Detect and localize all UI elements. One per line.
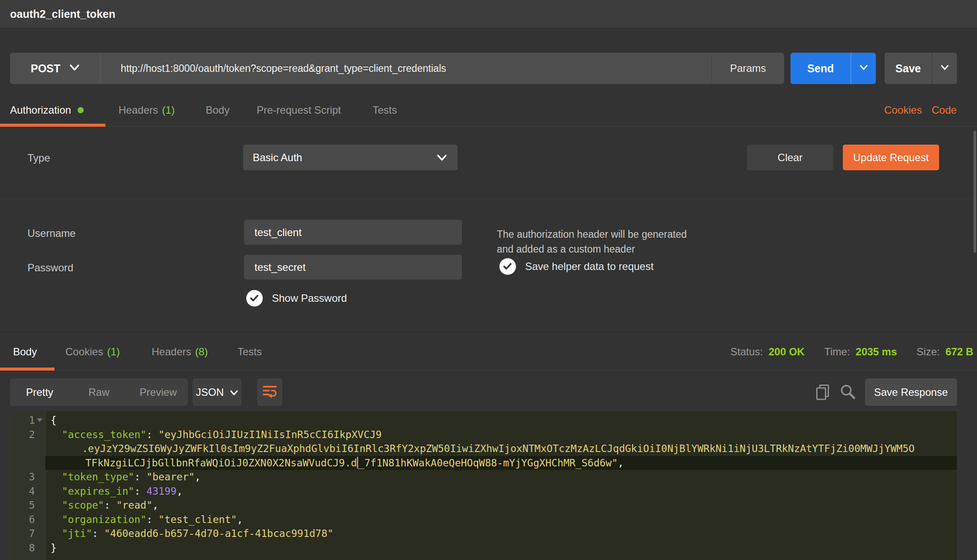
tab-prerequest-label: Pre-request Script xyxy=(257,104,341,116)
code-line: 6"organization": "test_client", xyxy=(10,513,957,527)
auth-configured-dot xyxy=(78,107,84,113)
code-line: 4"expires_in": 43199, xyxy=(10,484,957,499)
save-button[interactable]: Save xyxy=(885,53,957,84)
line-number: 8 xyxy=(10,541,45,555)
code-text: "scope": "read", xyxy=(45,498,957,513)
tab-tests-label: Tests xyxy=(373,104,397,116)
method-dropdown[interactable]: POST xyxy=(10,53,101,84)
code-text: .eyJzY29wZSI6WyJyZWFkIl0sIm9yZ2FuaXphdGl… xyxy=(45,442,957,456)
code-line: 2"access_token": "eyJhbGciOiJIUzI1NiIsIn… xyxy=(10,428,957,442)
tab-headers[interactable]: Headers (1) xyxy=(119,104,175,116)
wrap-text-button[interactable] xyxy=(257,378,282,406)
code-line: 3"token_type": "bearer", xyxy=(10,470,957,484)
show-password-label: Show Password xyxy=(272,292,347,304)
code-line: 1{ xyxy=(10,413,957,428)
line-number: 7 xyxy=(10,526,45,541)
save-response-button[interactable]: Save Response xyxy=(865,378,957,406)
code-text: "expires_in": 43199, xyxy=(45,484,957,499)
request-tab-bar: oauth2_client_token xyxy=(0,0,977,28)
auth-type-label: Type xyxy=(27,152,50,164)
method-label: POST xyxy=(31,62,60,75)
tab-tests[interactable]: Tests xyxy=(373,104,397,116)
url-bar: POST Params xyxy=(10,53,784,84)
view-mode-pretty[interactable]: Pretty xyxy=(10,378,69,406)
tab-authorization[interactable]: Authorization xyxy=(10,104,84,116)
auth-helper-note: The authorization header will be generat… xyxy=(497,227,706,256)
chevron-down-icon xyxy=(69,64,80,73)
line-number: 6 xyxy=(10,513,45,527)
code-text: } xyxy=(45,541,957,555)
status-label: Status: xyxy=(730,346,763,358)
fold-caret-icon[interactable] xyxy=(37,418,43,422)
tab-body[interactable]: Body xyxy=(206,104,230,116)
code-line: 8} xyxy=(10,541,957,555)
response-meta: Status: 200 OK Time: 2035 ms Size: 672 B xyxy=(730,346,974,358)
code-line: .eyJzY29wZSI6WyJyZWFkIl0sIm9yZ2FuaXphdGl… xyxy=(10,442,957,456)
response-tab-tests[interactable]: Tests xyxy=(237,346,262,358)
send-label[interactable]: Send xyxy=(790,53,851,84)
code-text: "token_type": "bearer", xyxy=(45,470,957,484)
response-format-value: JSON xyxy=(196,386,224,398)
response-section-divider xyxy=(0,332,977,333)
code-line: 7"jti": "460eadd6-b657-4d70-a1cf-41bcac9… xyxy=(10,526,957,541)
tab-authorization-label: Authorization xyxy=(10,104,71,116)
view-mode-preview[interactable]: Preview xyxy=(129,378,188,406)
response-tabs: Body Cookies (1) Headers (8) Tests Statu… xyxy=(0,333,977,371)
code-text: "access_token": "eyJhbGciOiJIUzI1NiIsInR… xyxy=(45,428,957,442)
response-body-editor[interactable]: 1{2"access_token": "eyJhbGciOiJIUzI1NiIs… xyxy=(10,411,957,560)
search-icon xyxy=(840,384,856,401)
chevron-down-icon xyxy=(437,152,447,164)
response-format-dropdown[interactable]: JSON xyxy=(193,378,241,406)
show-password-checkbox[interactable]: Show Password xyxy=(246,290,347,307)
cookies-link[interactable]: Cookies xyxy=(884,104,922,116)
send-options-dropdown[interactable] xyxy=(851,53,876,84)
view-mode-raw[interactable]: Raw xyxy=(69,378,129,406)
params-button[interactable]: Params xyxy=(712,53,784,84)
response-tab-cookies-label: Cookies xyxy=(65,346,103,358)
response-tab-cookies[interactable]: Cookies (1) xyxy=(65,346,120,358)
save-label[interactable]: Save xyxy=(885,53,932,84)
line-number: 5 xyxy=(10,498,45,513)
code-text: "organization": "test_client", xyxy=(45,513,957,527)
time-label: Time: xyxy=(824,346,850,358)
code-line: TFkNzgiLCJjbGllbnRfaWQiOiJ0ZXN0X2NsaWVud… xyxy=(10,456,957,470)
chevron-down-icon xyxy=(940,64,949,72)
page-scrollbar-thumb[interactable] xyxy=(974,131,976,253)
search-response-button[interactable] xyxy=(840,384,856,401)
username-label: Username xyxy=(27,227,76,240)
send-button[interactable]: Send xyxy=(790,53,876,84)
username-field[interactable] xyxy=(244,220,462,245)
time-value: 2035 ms xyxy=(856,346,897,358)
line-number xyxy=(10,456,45,470)
update-request-button[interactable]: Update Request xyxy=(843,145,939,170)
tab-prerequest-script[interactable]: Pre-request Script xyxy=(257,104,341,116)
save-helper-label: Save helper data to request xyxy=(525,260,654,273)
save-options-dropdown[interactable] xyxy=(932,53,957,84)
line-number: 3 xyxy=(10,470,45,484)
clear-button[interactable]: Clear xyxy=(747,145,833,170)
code-text: TFkNzgiLCJjbGllbnRfaWQiOiJ0ZXN0X2NsaWVud… xyxy=(45,456,957,470)
line-number: 2 xyxy=(10,428,45,442)
save-helper-checkbox[interactable]: Save helper data to request xyxy=(499,258,654,275)
cookies-count-badge: (1) xyxy=(107,346,120,358)
copy-response-button[interactable] xyxy=(816,384,830,402)
headers-count-badge: (1) xyxy=(162,104,175,116)
response-tab-tests-label: Tests xyxy=(237,346,262,358)
response-tab-body[interactable]: Body xyxy=(13,346,37,358)
response-tab-headers[interactable]: Headers (8) xyxy=(152,346,208,358)
code-lines: 1{2"access_token": "eyJhbGciOiJIUzI1NiIs… xyxy=(10,411,957,555)
line-number: 4 xyxy=(10,484,45,499)
auth-type-value: Basic Auth xyxy=(253,152,302,164)
copy-icon xyxy=(816,384,830,402)
code-link[interactable]: Code xyxy=(932,104,957,116)
password-field[interactable] xyxy=(244,255,462,280)
checkmark-icon xyxy=(499,258,516,275)
line-number: 1 xyxy=(10,413,45,428)
code-text: { xyxy=(45,413,957,428)
tab-headers-label: Headers xyxy=(119,104,158,116)
active-tab-underline xyxy=(0,124,105,127)
url-input[interactable] xyxy=(101,53,712,84)
request-tab-title[interactable]: oauth2_client_token xyxy=(10,8,115,20)
auth-type-dropdown[interactable]: Basic Auth xyxy=(243,145,458,170)
checkmark-icon xyxy=(246,290,263,307)
